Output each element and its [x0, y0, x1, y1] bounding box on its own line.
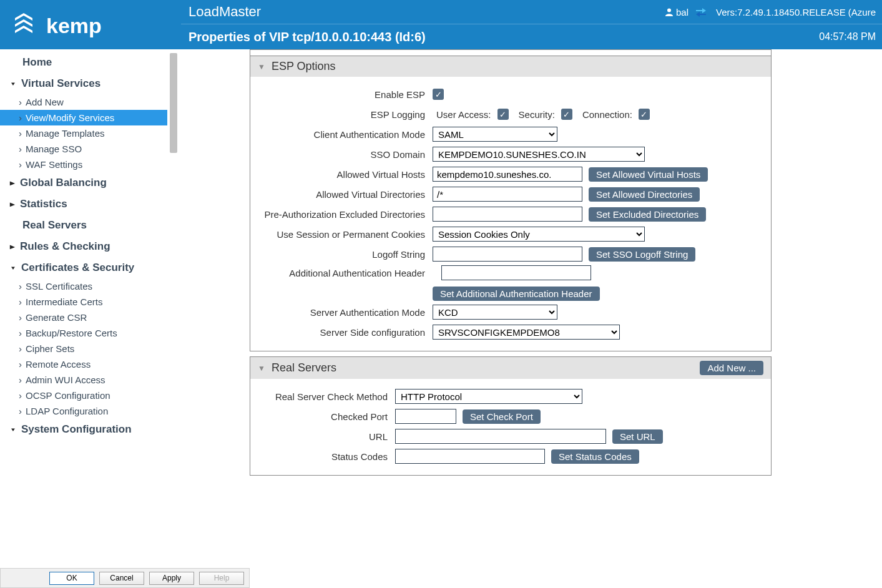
sidebar-item-statistics[interactable]: Statistics: [0, 194, 167, 215]
sidebar-scrollbar[interactable]: [169, 49, 178, 449]
server-side-label: Server Side configuration: [259, 327, 433, 338]
sidebar-item-generate-csr[interactable]: Generate CSR: [0, 310, 167, 325]
server-side-select[interactable]: SRVSCONFIGKEMPDEMO8: [433, 325, 620, 340]
add-real-server-button[interactable]: Add New ...: [700, 361, 763, 375]
log-security-label: Security:: [519, 109, 555, 120]
addl-header-label: Additional Authentication Header: [259, 265, 433, 278]
log-security-checkbox[interactable]: ✓: [561, 109, 572, 120]
version-text: Vers:7.2.49.1.18450.RELEASE (Azure: [716, 7, 876, 17]
log-user-checkbox[interactable]: ✓: [497, 109, 509, 120]
panel-title-esp: ESP Options: [272, 60, 336, 73]
client-auth-label: Client Authentication Mode: [259, 129, 433, 140]
user-indicator: bal: [665, 7, 707, 17]
checked-port-input[interactable]: [395, 409, 456, 424]
set-check-port-button[interactable]: Set Check Port: [463, 409, 541, 424]
sidebar-item-system-configuration[interactable]: System Configuration: [0, 419, 167, 440]
set-addl-header-button[interactable]: Set Additional Authentication Header: [433, 287, 600, 301]
swap-icon[interactable]: [695, 7, 707, 17]
kemp-logo: kemp: [0, 0, 181, 49]
url-label: URL: [259, 431, 395, 442]
sidebar-item-real-servers[interactable]: Real Servers: [0, 215, 167, 236]
log-connection-label: Connection:: [582, 109, 632, 120]
collapse-icon[interactable]: ▼: [258, 364, 265, 373]
sidebar-item-global-balancing[interactable]: Global Balancing: [0, 172, 167, 194]
sidebar-item-manage-sso[interactable]: Manage SSO: [0, 141, 167, 157]
server-auth-label: Server Authentication Mode: [259, 307, 433, 318]
log-user-label: User Access:: [436, 109, 491, 120]
check-method-select[interactable]: HTTP Protocol: [395, 389, 582, 404]
esp-options-panel: ▼ ESP Options Enable ESP ✓ ESP Logging U…: [250, 56, 772, 351]
sidebar-item-waf-settings[interactable]: WAF Settings: [0, 157, 167, 172]
cookies-select[interactable]: Session Cookies Only: [433, 227, 645, 242]
sidebar-item-backup-restore-certs[interactable]: Backup/Restore Certs: [0, 325, 167, 341]
panel-title-rs: Real Servers: [272, 361, 336, 375]
allowed-hosts-label: Allowed Virtual Hosts: [259, 169, 433, 180]
addl-header-input[interactable]: [441, 265, 591, 280]
sidebar-item-remote-access[interactable]: Remote Access: [0, 356, 167, 372]
real-servers-panel: ▼ Real Servers Add New ... Real Server C…: [250, 356, 772, 476]
set-allowed-dirs-button[interactable]: Set Allowed Directories: [589, 187, 700, 202]
sidebar-item-add-new[interactable]: Add New: [0, 94, 167, 110]
sidebar-item-virtual-services[interactable]: Virtual Services: [0, 73, 167, 94]
status-codes-input[interactable]: [395, 449, 545, 464]
sidebar-item-admin-wui-access[interactable]: Admin WUI Access: [0, 372, 167, 388]
sidebar-item-certificates-security[interactable]: Certificates & Security: [0, 257, 167, 278]
set-status-codes-button[interactable]: Set Status Codes: [551, 449, 639, 464]
enable-esp-checkbox[interactable]: ✓: [433, 89, 444, 100]
username: bal: [676, 7, 688, 17]
set-excluded-dirs-button[interactable]: Set Excluded Directories: [589, 207, 706, 222]
clock: 04:57:48 PM: [819, 31, 876, 42]
status-codes-label: Status Codes: [259, 451, 395, 462]
sidebar-item-rules-checking[interactable]: Rules & Checking: [0, 236, 167, 257]
sidebar-item-ldap-configuration[interactable]: LDAP Configuration: [0, 403, 167, 419]
allowed-dirs-input[interactable]: [433, 187, 582, 202]
cookies-label: Use Session or Permanent Cookies: [259, 229, 433, 240]
product-title: LoadMaster: [189, 4, 261, 20]
sidebar-item-intermediate-certs[interactable]: Intermediate Certs: [0, 294, 167, 310]
sso-domain-label: SSO Domain: [259, 149, 433, 160]
client-auth-select[interactable]: SAML: [433, 127, 557, 142]
sidebar-item-ocsp-configuration[interactable]: OCSP Configuration: [0, 388, 167, 403]
user-icon: [665, 7, 674, 16]
svg-point-1: [667, 9, 671, 12]
excluded-dirs-input[interactable]: [433, 207, 582, 222]
set-logoff-button[interactable]: Set SSO Logoff String: [589, 247, 695, 262]
excluded-dirs-label: Pre-Authorization Excluded Directories: [259, 209, 433, 220]
checked-port-label: Checked Port: [259, 411, 395, 422]
sidebar-item-manage-templates[interactable]: Manage Templates: [0, 125, 167, 141]
sidebar: HomeVirtual ServicesAdd NewView/Modify S…: [0, 49, 181, 476]
main-content: ▼ ESP Options Enable ESP ✓ ESP Logging U…: [181, 49, 882, 476]
set-allowed-hosts-button[interactable]: Set Allowed Virtual Hosts: [589, 167, 708, 182]
sidebar-item-ssl-certificates[interactable]: SSL Certificates: [0, 278, 167, 294]
page-subtitle: Properties of VIP tcp/10.0.0.10:443 (Id:…: [189, 30, 426, 44]
url-input[interactable]: [395, 429, 606, 444]
svg-text:kemp: kemp: [46, 14, 102, 37]
esp-logging-label: ESP Logging: [259, 109, 433, 120]
enable-esp-label: Enable ESP: [259, 89, 433, 100]
sso-domain-select[interactable]: KEMPDEMO10.SUNESHES.CO.IN: [433, 147, 645, 162]
allowed-dirs-label: Allowed Virtual Directories: [259, 189, 433, 200]
collapse-icon[interactable]: ▼: [258, 62, 265, 71]
logoff-label: Logoff String: [259, 249, 433, 260]
sidebar-item-cipher-sets[interactable]: Cipher Sets: [0, 341, 167, 356]
check-method-label: Real Server Check Method: [259, 391, 395, 402]
log-connection-checkbox[interactable]: ✓: [639, 109, 650, 120]
allowed-hosts-input[interactable]: [433, 167, 582, 182]
set-url-button[interactable]: Set URL: [612, 429, 663, 444]
server-auth-select[interactable]: KCD: [433, 305, 557, 320]
sidebar-item-view-modify-services[interactable]: View/Modify Services: [0, 110, 167, 125]
sidebar-item-home[interactable]: Home: [0, 52, 167, 73]
logoff-input[interactable]: [433, 247, 582, 262]
